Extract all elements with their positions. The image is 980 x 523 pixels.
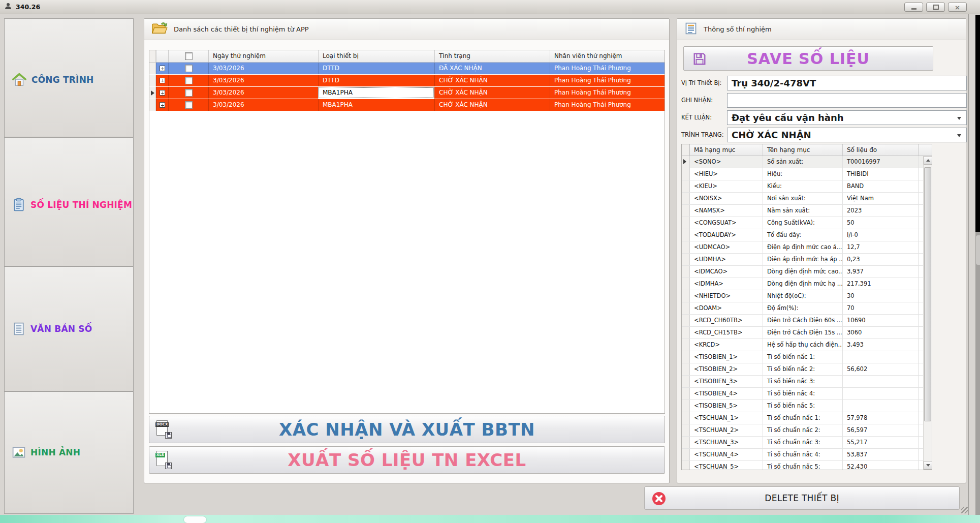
param-row[interactable]: <KIEU> Kiểu: BAND (682, 180, 932, 193)
scrollbar-thumb[interactable] (924, 167, 931, 421)
cell-param-value[interactable]: 10690 (842, 315, 918, 326)
expand-plus-icon[interactable] (160, 90, 165, 96)
cell-param-value[interactable]: 56,597 (842, 424, 918, 436)
sidebar-item[interactable]: VĂN BẢN SỐ (4, 266, 134, 391)
cell-param-value[interactable]: 50 (842, 217, 918, 229)
param-row[interactable]: <NHIETDO> Nhiệt độ(oC): 30 (682, 290, 932, 302)
param-row[interactable]: <NOISX> Nơi sản xuất: Việt Nam (682, 193, 932, 205)
param-row[interactable]: <IDMHA> Dòng điện định mức hạ ... 217,39… (682, 278, 932, 290)
column-header-staff[interactable]: Nhân viên thử nghiệm (550, 50, 665, 62)
resize-grip[interactable] (961, 507, 968, 513)
param-row[interactable]: <HIEU> Hiệu: THIBIDI (682, 168, 932, 180)
sidebar-item[interactable]: CÔNG TRÌNH (4, 18, 134, 137)
cell-param-value[interactable]: 12,7 (842, 241, 918, 253)
param-row[interactable]: <CONGSUAT> Công Suất(kVA): 50 (682, 217, 932, 229)
scroll-up-button[interactable] (924, 156, 932, 165)
cell-type[interactable]: MBA1PHA (318, 87, 434, 99)
cell-param-value[interactable] (842, 400, 918, 412)
device-row[interactable]: 3/03/2026 MBA1PHA CHỜ XÁC NHẬN Phan Hoàn… (149, 99, 665, 111)
cell-param-value[interactable]: 52,430 (842, 461, 918, 470)
device-location-input[interactable]: Trụ 340/2-478VT (727, 76, 967, 90)
device-row[interactable]: 3/03/2026 MBA1PHA CHỜ XÁC NHẬN Phan Hoàn… (149, 87, 665, 99)
param-row[interactable]: <TISOBIEN_5> Ti số biến nấc 5: (682, 400, 932, 412)
column-header-status[interactable]: Tình trạng (434, 50, 550, 62)
column-header-type[interactable]: Loại thiết bị (318, 50, 434, 62)
cell-type[interactable]: DTTD (318, 63, 434, 74)
param-row[interactable]: <SONO> Số sản xuất: T00016997 (682, 156, 932, 168)
close-button[interactable]: × (948, 3, 967, 12)
device-row[interactable]: 3/03/2026 DTTD ĐÃ XÁC NHẬN Phan Hoàng Th… (149, 63, 665, 75)
cell-param-value[interactable]: 53,837 (842, 449, 918, 460)
cell-param-value[interactable] (842, 388, 918, 399)
row-checkbox[interactable] (185, 89, 193, 97)
param-row[interactable]: <NAMSX> Năm sản xuất: 2023 (682, 205, 932, 217)
cell-param-value[interactable]: BAND (842, 180, 918, 192)
export-excel-button[interactable]: XLS XUẤT SỐ LIỆU TN EXCEL (149, 446, 665, 474)
cell-param-value[interactable]: 57,978 (842, 412, 918, 424)
cell-param-value[interactable]: 56,602 (842, 363, 918, 375)
cell-param-code: <NOISX> (689, 193, 763, 204)
param-row[interactable]: <TSCHUAN_5> Ti số chuẩn nấc 5: 52,430 (682, 461, 932, 470)
expand-plus-icon[interactable] (160, 66, 165, 71)
cell-param-value[interactable]: 3060 (842, 327, 918, 339)
param-row[interactable]: <RCD_CH60TB> Điện trở Cách Điện 60s ... … (682, 315, 932, 327)
sidebar-item[interactable]: SỐ LIỆU THÍ NGHIỆM (4, 137, 134, 266)
row-checkbox[interactable] (185, 101, 193, 109)
cell-param-value[interactable] (842, 351, 918, 363)
note-input[interactable] (727, 93, 967, 108)
cell-param-value[interactable]: THIBIDI (842, 168, 918, 180)
select-all-checkbox[interactable] (185, 52, 193, 60)
restore-button[interactable] (926, 3, 945, 12)
cell-param-value[interactable]: 55,217 (842, 437, 918, 448)
param-row[interactable]: <TODAUDAY> Tổ đấu dây: I/i-0 (682, 229, 932, 241)
param-row[interactable]: <KRCD> Hệ số hấp thụ cách điện... 3,493 (682, 339, 932, 351)
save-data-button[interactable]: SAVE SỐ LIỆU (683, 46, 933, 71)
cell-param-value[interactable]: 2023 (842, 205, 918, 217)
confirm-export-bbtn-button[interactable]: DOCX XÁC NHẬN VÀ XUẤT BBTN (149, 416, 665, 443)
cell-param-value[interactable]: 3,937 (842, 266, 918, 278)
param-row[interactable]: <TISOBIEN_3> Ti số biến nấc 3: (682, 376, 932, 388)
cell-param-value[interactable]: 70 (842, 302, 918, 314)
conclusion-select[interactable]: Đạt yêu cầu vận hành (727, 110, 967, 125)
expand-plus-icon[interactable] (160, 78, 165, 83)
param-row[interactable]: <TSCHUAN_2> Ti số chuẩn nấc 2: 56,597 (682, 424, 932, 437)
expand-plus-icon[interactable] (160, 102, 165, 108)
column-header-name[interactable]: Tên hạng mục (763, 144, 842, 156)
cell-param-value[interactable]: 30 (842, 290, 918, 302)
cell-param-value[interactable]: I/i-0 (842, 229, 918, 241)
cell-type[interactable]: MBA1PHA (318, 99, 434, 111)
param-row[interactable]: <TSCHUAN_4> Ti số chuẩn nấc 4: 53,837 (682, 449, 932, 461)
param-row[interactable]: <TSCHUAN_3> Ti số chuẩn nấc 3: 55,217 (682, 437, 932, 449)
params-grid-scrollbar[interactable] (923, 156, 932, 470)
column-header-value[interactable]: Số liệu đo (842, 144, 918, 156)
cell-param-value[interactable]: 217,391 (842, 278, 918, 290)
minimize-button[interactable] (904, 3, 923, 12)
param-row[interactable]: <UDMCAO> Điện áp định mức cao á... 12,7 (682, 241, 932, 254)
param-row[interactable]: <DOAM> Độ ẩm(%): 70 (682, 302, 932, 315)
param-row[interactable]: <RCD_CH15TB> Điện trở Cách Điện 15s ... … (682, 327, 932, 339)
column-header-date[interactable]: Ngày thử nghiệm (208, 50, 318, 62)
param-row[interactable]: <TSCHUAN_1> Ti số chuẩn nấc 1: 57,978 (682, 412, 932, 424)
row-checkbox[interactable] (185, 65, 193, 72)
param-row[interactable]: <IDMCAO> Dòng điện định mức cao... 3,937 (682, 266, 932, 278)
cell-date: 3/03/2026 (208, 99, 318, 111)
row-checkbox[interactable] (185, 77, 193, 84)
cell-param-value[interactable]: 0,23 (842, 254, 918, 265)
param-row[interactable]: <UDMHA> Điện áp định mức hạ áp ... 0,23 (682, 254, 932, 266)
cell-param-value[interactable] (842, 376, 918, 387)
cell-type[interactable]: DTTD (318, 75, 434, 86)
scroll-down-button[interactable] (924, 461, 932, 470)
cell-param-value[interactable]: T00016997 (842, 156, 918, 168)
delete-device-button[interactable]: DELETE THIẾT BỊ (644, 486, 960, 510)
param-row[interactable]: <TISOBIEN_1> Ti số biến nấc 1: (682, 351, 932, 363)
cell-param-value[interactable]: Việt Nam (842, 193, 918, 204)
device-row[interactable]: 3/03/2026 DTTD CHỜ XÁC NHẬN Phan Hoàng T… (149, 75, 665, 87)
param-row[interactable]: <TISOBIEN_4> Ti số biến nấc 4: (682, 388, 932, 400)
state-select[interactable]: CHỜ XÁC NHẬN (727, 128, 967, 142)
sidebar-item[interactable]: HÌNH ẢNH (4, 391, 134, 514)
cell-param-name: Ti số chuẩn nấc 3: (763, 437, 842, 448)
param-row[interactable]: <TISOBIEN_2> Ti số biến nấc 2: 56,602 (682, 363, 932, 376)
cell-param-value[interactable]: 3,493 (842, 339, 918, 351)
column-header-code[interactable]: Mã hạng mục (689, 144, 763, 156)
cell-param-name: Điện áp định mức hạ áp ... (763, 254, 842, 265)
